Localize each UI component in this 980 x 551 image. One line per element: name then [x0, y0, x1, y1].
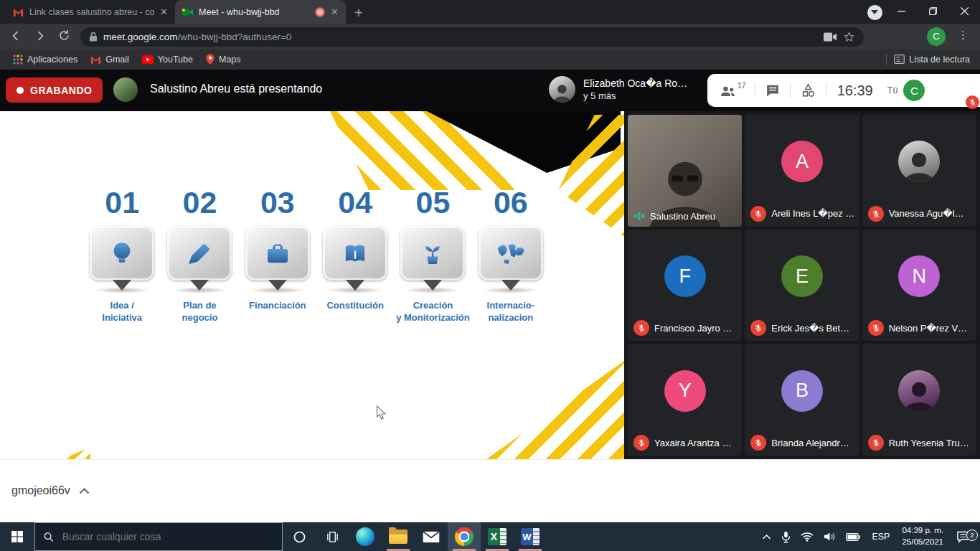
forward-icon[interactable]	[33, 29, 47, 46]
bookmark-gmail[interactable]: Gmail	[90, 55, 129, 65]
slide-stripes-bottom-left	[62, 447, 90, 459]
participants-button[interactable]: 17	[719, 83, 745, 98]
start-button[interactable]	[0, 522, 34, 551]
taskbar-chrome[interactable]	[448, 522, 481, 551]
address-bar[interactable]: meet.google.com/whu-bwjj-bbd?authuser=0	[80, 27, 864, 47]
window-maximize-button[interactable]	[917, 0, 948, 22]
participant-name: Erick Jes�s Bet…	[771, 323, 849, 334]
participant-name: Salustino Abreu	[650, 211, 715, 222]
tab-title: Meet - whu-bwjj-bbd	[199, 7, 309, 17]
slide-step-2: 02 Plan de negocio	[161, 185, 238, 324]
meet-top-bar: GRABANDO Salustino Abreu está presentand…	[0, 70, 980, 111]
browser-menu-icon[interactable]: ⋮	[958, 29, 969, 42]
apps-grid-icon	[13, 55, 23, 65]
titlebar-media-icon[interactable]	[864, 1, 885, 23]
presenting-banner: Salustino Abreu está presentando	[150, 83, 322, 95]
cortana-button[interactable]	[283, 522, 316, 551]
participant-tile[interactable]: Ruth Yesenia Tru…	[862, 344, 976, 456]
self-avatar[interactable]: C	[903, 80, 925, 101]
taskbar-search[interactable]	[34, 522, 283, 551]
language-indicator[interactable]: ESP	[865, 532, 896, 542]
search-input[interactable]	[61, 530, 273, 543]
back-icon[interactable]	[9, 29, 23, 46]
taskbar-edge[interactable]	[349, 522, 382, 551]
windows-taskbar: X W ESP	[0, 522, 980, 551]
url-host: meet.google.com	[103, 32, 178, 42]
participant-tile[interactable]: B Brianda Alejandr…	[745, 344, 859, 456]
participant-tile[interactable]: Y Yaxaira Arantza …	[628, 344, 742, 456]
slide-step-3: 03 Financiación	[239, 185, 316, 324]
chrome-icon	[455, 527, 473, 546]
mic-muted-icon	[750, 320, 766, 336]
mic-muted-icon	[868, 320, 884, 336]
meeting-clock: 16:39	[837, 83, 873, 99]
taskbar-word[interactable]: W	[514, 522, 547, 551]
photo-avatar	[898, 141, 940, 182]
tab-close-icon[interactable]: ✕	[331, 6, 339, 17]
meet-favicon-icon	[182, 8, 193, 17]
letter-avatar: Y	[664, 370, 706, 412]
tray-wifi-icon[interactable]	[796, 532, 819, 542]
new-tab-button[interactable]: +	[354, 2, 363, 24]
mail-icon	[423, 531, 440, 543]
bookmark-youtube[interactable]: YouTube	[142, 55, 193, 65]
tab-link-clases[interactable]: Link clases salustino abreu - coo ✕	[6, 0, 175, 24]
tab-meet[interactable]: Meet - whu-bwjj-bbd ✕	[175, 0, 346, 24]
slide-steps: 01 Idea / Iniciativa 02 Plan de negocio …	[83, 185, 550, 324]
tab-recording-indicator-icon	[315, 7, 325, 17]
meeting-code[interactable]: gmojeoi66v	[11, 484, 90, 497]
reading-list-button[interactable]: Lista de lectura	[894, 55, 970, 65]
chevron-up-icon	[79, 488, 90, 494]
briefcase-icon	[263, 240, 293, 267]
action-center-button[interactable]: 2	[949, 531, 980, 543]
taskbar-file-explorer[interactable]	[382, 522, 415, 551]
bookmark-maps[interactable]: Maps	[206, 54, 241, 65]
participant-name: Ruth Yesenia Tru…	[889, 438, 969, 448]
notification-name: Elizabeth Oca�a Ro…	[583, 77, 687, 89]
taskbar-clock[interactable]: 04:39 p. m. 25/05/2021	[896, 525, 949, 547]
taskbar-mail[interactable]	[415, 522, 448, 551]
tab-close-icon[interactable]: ✕	[160, 6, 168, 17]
chat-button[interactable]	[765, 83, 781, 98]
slide-step-5: 05 Creación y Monitorización	[394, 185, 471, 324]
profile-avatar[interactable]: C	[927, 27, 946, 46]
slide-step-6: 06 Internacio- nalizacion	[472, 185, 550, 324]
reload-icon[interactable]	[57, 29, 71, 45]
participant-tile[interactable]: Vanessa Agu�l…	[862, 115, 976, 227]
camera-in-use-icon[interactable]	[824, 32, 837, 42]
participant-tile[interactable]: N Nelson P�rez V…	[862, 230, 976, 342]
presenter-avatar	[113, 77, 138, 102]
meeting-info-pill: 17 16:39 Tú C	[707, 74, 980, 107]
activities-button[interactable]	[800, 83, 816, 98]
people-icon	[719, 83, 737, 98]
bookmark-star-icon[interactable]	[843, 31, 855, 43]
participant-tile[interactable]: F Francisco Jayro …	[628, 230, 742, 342]
edge-icon	[356, 527, 374, 546]
taskbar-excel[interactable]: X	[481, 522, 514, 551]
participant-tile[interactable]: E Erick Jes�s Bet…	[745, 230, 859, 342]
participant-tile-salustino[interactable]: Salustino Abreu	[628, 115, 742, 227]
bookmark-apps[interactable]: Aplicaciones	[13, 55, 77, 65]
you-label: Tú	[887, 85, 898, 95]
participant-tile[interactable]: A Areli Ines L�pez …	[745, 115, 859, 227]
participant-notification[interactable]: Elizabeth Oca�a Ro… y 5 más	[549, 76, 687, 103]
tray-volume-icon[interactable]	[819, 532, 841, 542]
bookmarks-divider	[886, 54, 887, 65]
mic-muted-icon	[750, 435, 766, 451]
search-icon	[44, 532, 54, 542]
participant-name: Nelson P�rez V…	[889, 323, 967, 334]
windows-logo-icon	[11, 531, 23, 542]
tray-chevron-up-icon[interactable]	[757, 534, 776, 540]
recording-dot-icon	[17, 87, 24, 94]
window-close-button[interactable]	[948, 0, 980, 22]
participant-name: Vanessa Agu�l…	[889, 208, 964, 219]
excel-icon: X	[488, 528, 507, 545]
slide-step-1: 01 Idea / Iniciativa	[83, 185, 161, 324]
tray-microphone-icon[interactable]	[776, 531, 796, 543]
system-tray: ESP 04:39 p. m. 25/05/2021 2	[757, 522, 980, 551]
tray-battery-icon[interactable]	[841, 533, 865, 541]
notification-more: y 5 más	[583, 90, 687, 101]
browser-toolbar: meet.google.com/whu-bwjj-bbd?authuser=0 …	[0, 24, 980, 49]
window-minimize-button[interactable]	[885, 0, 917, 22]
task-view-button[interactable]	[316, 522, 349, 551]
